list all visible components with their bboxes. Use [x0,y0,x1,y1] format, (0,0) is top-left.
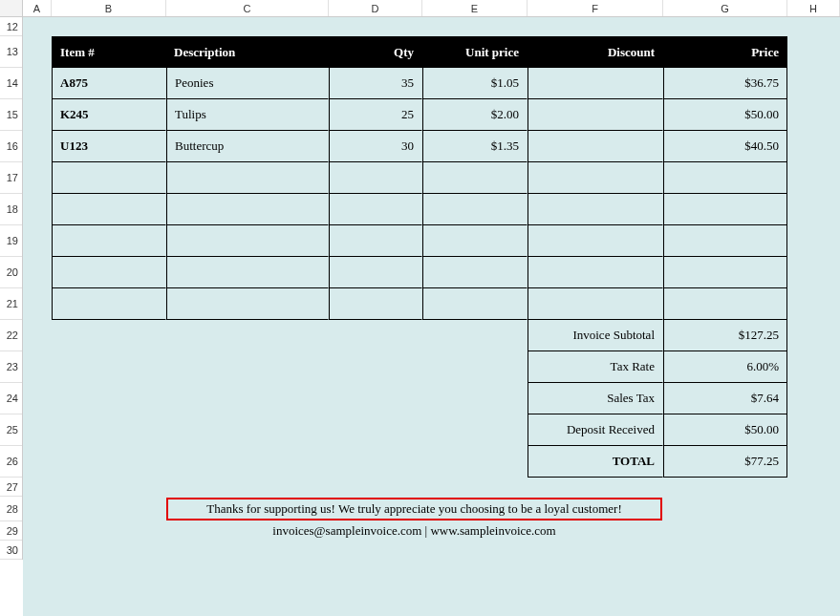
qty-cell[interactable] [329,225,422,257]
cell[interactable] [52,414,166,446]
select-all-corner[interactable] [0,0,23,16]
cell[interactable] [23,225,52,257]
cell[interactable] [23,194,52,225]
cell[interactable] [787,99,840,131]
discount-cell[interactable] [528,288,663,320]
row-header[interactable]: 29 [0,521,22,541]
discount-cell[interactable] [528,162,663,194]
item-cell[interactable]: A875 [52,68,166,99]
item-cell[interactable] [52,257,166,288]
item-cell[interactable]: K245 [52,99,166,131]
description-cell[interactable]: Peonies [166,68,329,99]
cell[interactable] [329,414,422,446]
cell[interactable] [787,257,840,288]
cell[interactable] [787,68,840,99]
row-header[interactable]: 26 [0,446,22,478]
unit-price-cell[interactable] [422,257,528,288]
cell[interactable] [52,521,166,541]
summary-label[interactable]: TOTAL [528,446,663,478]
cell[interactable] [23,99,52,131]
row-header[interactable]: 22 [0,320,22,351]
cell[interactable] [528,541,663,560]
cell[interactable] [663,497,787,521]
cell[interactable] [52,17,166,36]
row-header[interactable]: 16 [0,131,22,162]
unit-price-cell[interactable] [422,194,528,225]
cell[interactable] [528,17,663,36]
row-header[interactable]: 18 [0,194,22,225]
summary-label[interactable]: Tax Rate [528,351,663,383]
cell[interactable] [166,478,329,497]
price-cell[interactable]: $50.00 [663,99,787,131]
cell[interactable] [23,497,52,521]
cell[interactable] [23,131,52,162]
cell[interactable] [787,414,840,446]
cell[interactable] [787,497,840,521]
cell[interactable] [23,383,52,414]
cell[interactable] [787,162,840,194]
cell[interactable] [23,320,52,351]
row-header[interactable]: 15 [0,99,22,131]
summary-value[interactable]: $127.25 [663,320,787,351]
cell[interactable] [23,257,52,288]
cell[interactable] [787,351,840,383]
col-header-C[interactable]: C [166,0,329,16]
cell[interactable] [422,446,528,478]
discount-cell[interactable] [528,68,663,99]
summary-value[interactable]: $7.64 [663,383,787,414]
description-cell[interactable] [166,162,329,194]
cell[interactable] [52,446,166,478]
price-cell[interactable] [663,225,787,257]
item-cell[interactable] [52,225,166,257]
discount-cell[interactable] [528,225,663,257]
summary-label[interactable]: Invoice Subtotal [528,320,663,351]
cell[interactable] [329,446,422,478]
item-cell[interactable] [52,288,166,320]
discount-cell[interactable] [528,99,663,131]
cell[interactable] [663,17,787,36]
cell[interactable] [329,478,422,497]
header-discount[interactable]: Discount [528,36,663,68]
cell[interactable] [166,351,329,383]
row-header[interactable]: 21 [0,288,22,320]
unit-price-cell[interactable]: $1.35 [422,131,528,162]
col-header-B[interactable]: B [52,0,166,16]
qty-cell[interactable]: 30 [329,131,422,162]
cell[interactable] [166,414,329,446]
cell[interactable] [23,288,52,320]
row-header[interactable]: 13 [0,36,22,68]
cell[interactable] [23,521,52,541]
worksheet-grid[interactable]: Item # Description Qty Unit price Discou… [23,17,840,616]
cell[interactable] [787,225,840,257]
cell[interactable] [787,194,840,225]
header-unit-price[interactable]: Unit price [422,36,528,68]
description-cell[interactable]: Tulips [166,99,329,131]
row-header[interactable]: 23 [0,351,22,383]
unit-price-cell[interactable]: $2.00 [422,99,528,131]
cell[interactable] [52,383,166,414]
cell[interactable] [787,288,840,320]
cell[interactable] [23,351,52,383]
qty-cell[interactable] [329,194,422,225]
price-cell[interactable] [663,257,787,288]
cell[interactable] [166,541,329,560]
summary-label[interactable]: Deposit Received [528,414,663,446]
cell[interactable] [422,414,528,446]
discount-cell[interactable] [528,257,663,288]
row-header[interactable]: 14 [0,68,22,99]
cell[interactable] [422,383,528,414]
price-cell[interactable] [663,162,787,194]
qty-cell[interactable] [329,288,422,320]
row-header[interactable]: 12 [0,17,22,36]
cell[interactable] [663,521,787,541]
cell[interactable] [166,17,329,36]
row-header[interactable]: 28 [0,497,22,521]
cell[interactable] [787,17,840,36]
cell[interactable] [166,320,329,351]
unit-price-cell[interactable] [422,162,528,194]
discount-cell[interactable] [528,194,663,225]
cell[interactable] [787,521,840,541]
cell[interactable] [166,446,329,478]
header-qty[interactable]: Qty [329,36,422,68]
row-header[interactable]: 24 [0,383,22,414]
